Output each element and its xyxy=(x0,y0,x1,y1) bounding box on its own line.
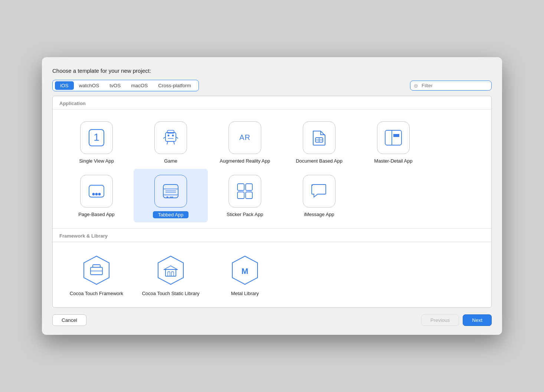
template-label-tabbed-wrapper: Tabbed App xyxy=(153,211,189,218)
section-application-header: Application xyxy=(53,96,491,109)
next-button[interactable]: Next xyxy=(463,314,492,326)
svg-point-21 xyxy=(98,193,101,196)
template-label-master-detail: Master-Detail App xyxy=(374,158,412,164)
svg-point-6 xyxy=(172,135,174,137)
tab-macos[interactable]: macOS xyxy=(126,81,153,90)
template-single-view-app[interactable]: 1 Single View App xyxy=(59,115,134,169)
template-metal-library[interactable]: M Metal Library xyxy=(208,248,282,301)
document-icon xyxy=(309,127,330,148)
template-icon-cocoa-static xyxy=(154,254,187,287)
template-label-metal: Metal Library xyxy=(231,290,259,297)
template-label-tabbed: Tabbed App xyxy=(153,211,189,218)
template-icon-metal: M xyxy=(229,254,261,287)
template-cocoa-touch-framework[interactable]: Cocoa Touch Framework xyxy=(59,248,134,301)
tab-group: iOS watchOS tvOS macOS Cross-platform xyxy=(52,80,199,91)
bottom-bar: Cancel Previous Next xyxy=(52,314,492,326)
page-based-icon xyxy=(86,181,107,202)
svg-rect-38 xyxy=(171,272,174,276)
tab-watchos[interactable]: watchOS xyxy=(74,81,105,90)
template-tabbed-app[interactable]: ★ ••• Tabbed App xyxy=(134,169,208,222)
game-icon xyxy=(160,127,181,148)
svg-text:1: 1 xyxy=(94,131,99,143)
svg-marker-35 xyxy=(158,256,183,284)
template-sticker-pack-app[interactable]: Sticker Pack App xyxy=(208,169,282,222)
single-view-icon: 1 xyxy=(86,127,107,148)
template-cocoa-touch-static[interactable]: Cocoa Touch Static Library xyxy=(134,248,208,301)
svg-rect-17 xyxy=(393,134,399,137)
template-icon-game xyxy=(154,121,187,154)
svg-text:AR: AR xyxy=(239,133,250,141)
template-ar-app[interactable]: AR Augmented Reality App xyxy=(208,115,282,169)
template-label-ar: Augmented Reality App xyxy=(220,158,270,164)
metal-library-icon: M xyxy=(229,254,261,287)
svg-rect-36 xyxy=(166,270,176,276)
svg-rect-28 xyxy=(237,184,244,190)
navigation-buttons: Previous Next xyxy=(421,314,492,326)
template-page-based-app[interactable]: Page-Based App xyxy=(59,169,134,222)
svg-point-20 xyxy=(95,193,98,196)
template-icon-single-view: 1 xyxy=(80,121,113,154)
previous-button[interactable]: Previous xyxy=(421,314,459,326)
svg-rect-30 xyxy=(237,192,244,199)
template-document-app[interactable]: Document Based App xyxy=(282,115,356,169)
application-templates-grid: 1 Single View App xyxy=(53,110,491,228)
cancel-button[interactable]: Cancel xyxy=(52,314,86,326)
template-label-cocoa-framework: Cocoa Touch Framework xyxy=(70,290,123,297)
dialog-title: Choose a template for your new project: xyxy=(52,68,492,74)
template-icon-sticker-pack xyxy=(229,175,261,208)
tab-ios[interactable]: iOS xyxy=(55,81,74,90)
template-game[interactable]: Game xyxy=(134,115,208,169)
template-icon-tabbed: ★ ••• xyxy=(154,175,187,208)
template-icon-page-based xyxy=(80,175,113,208)
sticker-pack-icon xyxy=(235,181,255,202)
filter-input[interactable] xyxy=(410,81,492,91)
svg-text:★ •••: ★ ••• xyxy=(166,195,173,199)
svg-rect-31 xyxy=(246,192,252,199)
template-label-page-based: Page-Based App xyxy=(78,211,115,218)
new-project-dialog: Choose a template for your new project: … xyxy=(42,57,502,334)
template-icon-imessage xyxy=(303,175,335,208)
svg-marker-32 xyxy=(84,256,109,284)
svg-line-10 xyxy=(174,141,174,144)
filter-icon: ⊜ xyxy=(414,83,418,89)
template-label-single-view: Single View App xyxy=(79,158,114,164)
template-label-imessage: iMessage App xyxy=(304,211,334,218)
filter-wrapper: ⊜ xyxy=(410,81,492,91)
svg-rect-29 xyxy=(246,184,252,190)
template-label-game: Game xyxy=(164,158,177,164)
template-master-detail-app[interactable]: Master-Detail App xyxy=(356,115,430,169)
section-framework-header: Framework & Library xyxy=(53,229,491,242)
svg-point-5 xyxy=(168,135,170,137)
template-icon-document xyxy=(303,121,335,154)
template-icon-cocoa-framework xyxy=(80,254,113,287)
imessage-icon xyxy=(309,181,330,202)
svg-rect-15 xyxy=(385,130,402,145)
template-icon-ar: AR xyxy=(229,121,261,154)
tabbed-icon: ★ ••• xyxy=(160,181,181,202)
svg-text:M: M xyxy=(242,267,248,276)
svg-line-9 xyxy=(167,141,168,144)
template-imessage-app[interactable]: iMessage App xyxy=(282,169,356,222)
cocoa-touch-static-icon xyxy=(154,254,187,287)
template-icon-master-detail xyxy=(377,121,410,154)
header-row: iOS watchOS tvOS macOS Cross-platform ⊜ xyxy=(52,80,492,91)
svg-rect-37 xyxy=(168,272,170,276)
tab-tvos[interactable]: tvOS xyxy=(104,81,126,90)
content-area: Application 1 Single View App xyxy=(52,96,492,307)
ar-icon: AR xyxy=(235,127,255,148)
template-label-cocoa-static: Cocoa Touch Static Library xyxy=(142,290,199,297)
template-label-document: Document Based App xyxy=(296,158,343,164)
tab-cross-platform[interactable]: Cross-platform xyxy=(153,81,196,90)
cocoa-touch-framework-icon xyxy=(80,254,113,287)
svg-point-19 xyxy=(92,193,95,196)
master-detail-icon xyxy=(383,127,404,148)
svg-rect-2 xyxy=(166,133,176,141)
template-label-sticker-pack: Sticker Pack App xyxy=(227,211,263,218)
framework-templates-grid: Cocoa Touch Framework Cocoa Touch Stati xyxy=(53,242,491,307)
